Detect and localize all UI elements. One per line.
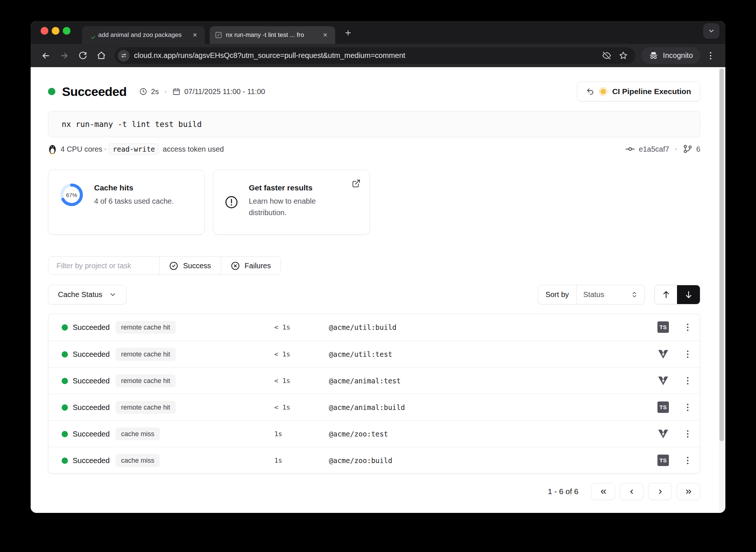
row-tech: TS <box>657 401 669 413</box>
table-row[interactable]: Succeeded remote cache hit < 1s @acme/an… <box>48 394 700 420</box>
cache-status-badge: remote cache hit <box>116 348 176 360</box>
run-header: Succeeded 2s 07/11/2025 11:00 - 11:00 CI… <box>48 81 700 102</box>
failures-filter-button[interactable]: Failures <box>221 257 281 275</box>
dot-separator <box>104 148 106 150</box>
bookmark-star-icon[interactable] <box>619 51 628 60</box>
row-status-dot <box>62 458 68 464</box>
tab-close-icon[interactable]: ✕ <box>190 30 200 40</box>
eye-off-icon[interactable] <box>602 51 611 60</box>
tab-title: add animal and zoo packages <box>98 31 186 39</box>
maximize-window-button[interactable] <box>63 27 71 35</box>
row-task-name[interactable]: @acme/util:build <box>329 314 396 341</box>
run-meta-row: 4 CPU cores read-write access token used… <box>48 142 700 156</box>
get-faster-results-card[interactable]: Get faster results Learn how to enable d… <box>213 170 370 235</box>
back-button[interactable] <box>38 48 54 63</box>
scrollbar-thumb[interactable] <box>719 69 724 441</box>
site-info-button[interactable] <box>118 50 130 62</box>
row-menu-button[interactable] <box>680 394 695 421</box>
cache-status-label: Cache Status <box>58 290 102 299</box>
table-row[interactable]: Succeeded remote cache hit < 1s @acme/ut… <box>48 314 700 341</box>
chevron-down-icon <box>109 291 117 299</box>
run-date-range: 07/11/2025 11:00 - 11:00 <box>184 87 265 96</box>
tab-pull-request[interactable]: add animal and zoo packages ✕ <box>82 26 205 44</box>
typescript-icon: TS <box>657 321 669 333</box>
first-page-button[interactable] <box>591 483 615 500</box>
last-page-button[interactable] <box>677 483 700 500</box>
sort-field-select[interactable]: Status <box>577 285 645 304</box>
tab-nx-run[interactable]: nx run-many -t lint test ... fro ✕ <box>210 26 335 44</box>
row-menu-button[interactable] <box>680 341 695 368</box>
sort-descending-button[interactable] <box>677 285 700 304</box>
previous-page-button[interactable] <box>620 483 643 500</box>
reload-button[interactable] <box>75 48 90 63</box>
cache-status-badge: remote cache hit <box>116 321 176 334</box>
row-task-name[interactable]: @acme/zoo:build <box>329 447 392 474</box>
cache-hits-title: Cache hits <box>94 183 174 192</box>
address-bar[interactable]: cloud.nx.app/runs/agsvEHsQc8?utm_source=… <box>115 47 635 64</box>
row-task-name[interactable]: @acme/animal:build <box>329 394 405 421</box>
minimize-window-button[interactable] <box>52 27 59 35</box>
row-task-name[interactable]: @acme/zoo:test <box>329 421 388 447</box>
row-menu-button[interactable] <box>680 447 695 474</box>
typescript-icon: TS <box>657 401 669 413</box>
row-duration: 1s <box>274 447 282 474</box>
row-status-dot <box>62 324 68 331</box>
row-menu-button[interactable] <box>680 421 695 447</box>
sort-ascending-button[interactable] <box>655 285 677 304</box>
row-status-dot <box>62 404 68 411</box>
row-tech: TS <box>657 348 669 360</box>
row-status-text: Succeeded <box>73 341 110 368</box>
tab-close-icon[interactable]: ✕ <box>320 30 330 40</box>
pagination: 1 - 6 of 6 <box>48 483 700 500</box>
row-status-text: Succeeded <box>73 447 110 474</box>
cache-status-dropdown[interactable]: Cache Status <box>48 285 127 304</box>
row-task-name[interactable]: @acme/animal:test <box>329 368 401 394</box>
tab-strip: add animal and zoo packages ✕ nx run-man… <box>31 21 725 44</box>
row-menu-button[interactable] <box>680 368 695 394</box>
success-filter-button[interactable]: Success <box>159 257 221 275</box>
vitest-icon <box>657 348 669 360</box>
sort-by-label: Sort by <box>538 285 577 304</box>
chevrons-right-icon <box>684 487 693 496</box>
close-window-button[interactable] <box>41 27 48 35</box>
tab-search-button[interactable] <box>703 23 719 39</box>
row-duration: 1s <box>274 421 282 447</box>
row-tech: TS <box>657 428 669 440</box>
table-row[interactable]: Succeeded remote cache hit < 1s @acme/an… <box>48 367 700 394</box>
cache-percent-label: 67% <box>59 183 84 207</box>
new-tab-button[interactable] <box>342 27 354 39</box>
cache-hits-card[interactable]: 67% Cache hits 4 of 6 tasks used cache. <box>48 170 205 235</box>
chevron-left-icon <box>628 487 636 496</box>
row-menu-button[interactable] <box>680 314 695 341</box>
scrollbar[interactable] <box>719 67 725 513</box>
row-status-dot <box>62 431 68 437</box>
table-row[interactable]: Succeeded remote cache hit < 1s @acme/ut… <box>48 341 700 367</box>
incognito-icon <box>649 51 659 61</box>
row-task-name[interactable]: @acme/util:test <box>329 341 392 368</box>
browser-menu-button[interactable] <box>703 48 718 63</box>
reload-icon <box>78 51 87 60</box>
home-button[interactable] <box>93 48 109 63</box>
undo-arrow-icon <box>586 87 594 96</box>
pipeline-button-label: CI Pipeline Execution <box>612 87 691 96</box>
row-status-text: Succeeded <box>73 368 110 394</box>
table-row[interactable]: Succeeded cache miss 1s @acme/zoo:build … <box>48 447 700 473</box>
row-tech: TS <box>657 321 669 333</box>
tune-icon <box>121 52 127 59</box>
incognito-label: Incognito <box>663 51 693 60</box>
forward-button[interactable] <box>56 48 72 63</box>
x-circle-icon <box>231 261 240 270</box>
row-status-text: Succeeded <box>73 394 110 421</box>
branch-count[interactable]: 6 <box>696 145 700 153</box>
table-row[interactable]: Succeeded cache miss 1s @acme/zoo:test T… <box>48 420 700 447</box>
url-text[interactable]: cloud.nx.app/runs/agsvEHsQc8?utm_source=… <box>134 51 598 60</box>
next-page-button[interactable] <box>648 483 672 500</box>
external-link-icon[interactable] <box>352 179 361 188</box>
filter-input[interactable] <box>48 257 159 275</box>
commit-sha[interactable]: e1a5caf7 <box>639 145 669 153</box>
faster-results-title: Get faster results <box>249 183 352 192</box>
home-icon <box>97 51 106 60</box>
ci-pipeline-execution-button[interactable]: CI Pipeline Execution <box>577 82 700 101</box>
success-filter-label: Success <box>183 262 211 270</box>
row-tech: TS <box>657 455 669 466</box>
